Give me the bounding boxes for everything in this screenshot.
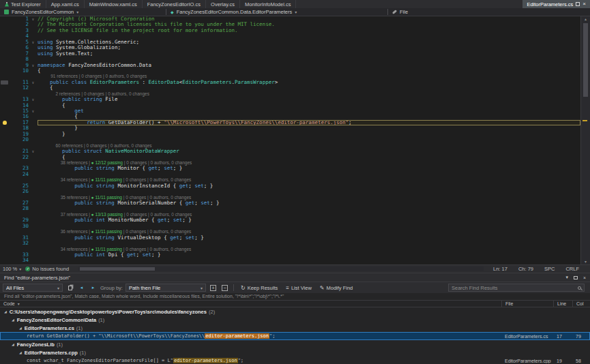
document-tab[interactable]: MainWindow.xaml.cs (85, 0, 143, 8)
vertical-scrollbar[interactable]: ▴ ▾ (580, 16, 590, 264)
scrollbar-thumb[interactable] (80, 267, 155, 271)
fold-margin (29, 45, 38, 50)
code-area[interactable]: 1∨// Copyright (c) Microsoft Corporation… (0, 16, 580, 264)
pin-icon[interactable] (576, 2, 580, 6)
code-line[interactable]: 20 (0, 137, 580, 142)
expander-icon[interactable]: ◢ (19, 350, 22, 354)
code-text: return GetDataFolder() + "\\Microsoft\\P… (38, 120, 580, 125)
document-tab[interactable]: FancyZonesEditorIO.cs (143, 0, 206, 8)
document-tab[interactable]: App.xaml.cs (46, 0, 85, 8)
fold-chevron-icon[interactable]: ∨ (29, 149, 38, 154)
code-line[interactable]: 14 { (0, 103, 580, 108)
horizontal-scrollbar[interactable] (78, 267, 484, 271)
find-match-row[interactable]: return GetDataFolder() + "\\Microsoft\\P… (0, 332, 590, 340)
code-text: public string MonitorSerialNumber { get;… (38, 200, 580, 206)
fold-chevron-icon[interactable]: ∨ (29, 63, 38, 68)
window-position-icon[interactable]: ▾ (565, 275, 568, 280)
glyph-margin (0, 247, 11, 252)
code-line[interactable]: 24 (0, 172, 580, 177)
code-line[interactable]: 22 { (0, 155, 580, 160)
fold-margin (29, 114, 38, 119)
close-icon[interactable]: × (583, 275, 586, 280)
modify-find-button[interactable]: ✎ Modify Find (317, 284, 355, 292)
code-line[interactable]: 9∨namespace FancyZonesEditorCommon.Data (0, 63, 580, 68)
chevron-down-icon: ▾ (19, 267, 21, 271)
code-line[interactable]: 15∨ get (0, 108, 580, 114)
scroll-up-icon[interactable]: ▴ (581, 16, 590, 22)
code-line[interactable]: 29 public int MonitorNumber { get; set; … (0, 217, 580, 223)
fold-chevron-icon[interactable]: ∨ (29, 97, 38, 102)
code-line[interactable]: 10{ (0, 68, 580, 74)
document-tab[interactable]: Test Explorer (0, 0, 46, 8)
expand-all-icon[interactable]: + (209, 284, 218, 292)
find-summary-text: Find all "editor-parameters.json", Match… (0, 293, 590, 300)
previous-result-icon[interactable]: ◂ (77, 284, 86, 292)
scrollbar-thumb[interactable] (583, 23, 588, 97)
document-tab[interactable]: MonitorInfoModel.cs (240, 0, 297, 8)
fold-chevron-icon[interactable]: ∨ (29, 40, 38, 45)
expander-icon[interactable]: ◢ (19, 326, 22, 330)
code-line[interactable]: 11∨ public class EditorParameters : Edit… (0, 80, 580, 85)
code-line[interactable]: 33 public int Dpi { get; set; } (0, 252, 580, 258)
code-line[interactable]: 21∨ public struct NativeMonitorDataWrapp… (0, 149, 580, 154)
file-types-dropdown[interactable]: All Files ▾ (3, 284, 63, 292)
close-icon[interactable]: × (582, 1, 586, 7)
project-dropdown[interactable]: FancyZonesEditorCommon ▾ (0, 8, 166, 16)
find-group-row[interactable]: ◢C:\Users\zhaopengwang\Desktop\powertoys… (0, 307, 590, 316)
expander-icon[interactable]: ◢ (12, 342, 14, 346)
code-line[interactable]: 26 (0, 189, 580, 194)
zoom-level: 100 % (3, 266, 17, 272)
code-line[interactable]: 31 public string VirtualDesktop { get; s… (0, 235, 580, 241)
expander-icon[interactable]: ◢ (4, 309, 7, 314)
fold-chevron-icon[interactable]: ∨ (29, 16, 38, 22)
code-line[interactable]: 27 public string MonitorSerialNumber { g… (0, 200, 580, 206)
code-line[interactable]: 28 (0, 206, 580, 211)
code-line[interactable]: 17 return GetDataFolder() + "\\Microsoft… (0, 120, 580, 125)
fold-chevron-icon[interactable]: ∨ (29, 108, 38, 114)
find-group-row[interactable]: ◢EditorParameters.cpp(1) (0, 348, 590, 357)
list-view-toggle[interactable]: ≡ List View (283, 284, 314, 292)
scroll-down-icon[interactable]: ▾ (581, 259, 590, 264)
group-by-dropdown[interactable]: Path then File ▾ (126, 284, 206, 292)
code-line[interactable]: 12 { (0, 85, 580, 91)
search-find-results-input[interactable] (452, 285, 578, 291)
code-line[interactable]: 25 public string MonitorInstanceId { get… (0, 183, 580, 189)
member-dropdown[interactable]: File (388, 8, 590, 16)
issues-indicator[interactable]: ✓ No issues found (25, 266, 69, 272)
column-header-code[interactable]: Code▾ (0, 301, 501, 307)
document-tab[interactable]: Overlay.cs (206, 0, 240, 8)
float-window-icon[interactable] (574, 276, 578, 279)
code-line[interactable]: 30 (0, 224, 580, 229)
find-group-row[interactable]: ◢FancyZonesLib(1) (0, 340, 590, 348)
expander-icon[interactable]: ◢ (12, 318, 14, 322)
next-result-icon[interactable]: ▸ (89, 284, 98, 292)
find-match-row[interactable]: const wchar_t FancyZonesEditorParameters… (0, 357, 590, 364)
code-line[interactable]: 23 public string Monitor { get; set; } (0, 166, 580, 171)
active-document-tab[interactable]: EditorParameters.cs × (522, 0, 590, 8)
code-line[interactable]: 18 } (0, 125, 580, 131)
lightbulb-icon[interactable] (3, 121, 7, 125)
fold-chevron-icon[interactable]: ∨ (29, 80, 38, 85)
code-line[interactable]: 34 (0, 258, 580, 263)
fold-margin (29, 166, 38, 171)
copy-icon[interactable] (65, 284, 74, 292)
keep-results-toggle[interactable]: ↻ Keep Results (238, 284, 280, 292)
code-line[interactable]: 7using System.Text; (0, 51, 580, 57)
code-text (38, 224, 580, 229)
column-header-col[interactable]: Col (572, 301, 590, 307)
column-header-line[interactable]: Line (553, 301, 572, 307)
code-line[interactable]: 13∨ public string File (0, 97, 580, 102)
find-group-row[interactable]: ◢EditorParameters.cs(1) (0, 324, 590, 332)
code-line[interactable]: 19 } (0, 132, 580, 137)
column-header-file[interactable]: File (501, 301, 553, 307)
zoom-dropdown[interactable]: 100 % ▾ (3, 266, 21, 272)
code-line[interactable]: 32 (0, 241, 580, 246)
find-group-row[interactable]: ◢FancyZonesEditorCommon\Data(1) (0, 316, 590, 324)
line-number: 32 (11, 241, 29, 246)
glyph-margin (0, 206, 11, 211)
collapse-all-icon[interactable]: − (220, 284, 229, 292)
code-editor[interactable]: 1∨// Copyright (c) Microsoft Corporation… (0, 16, 590, 264)
type-dropdown[interactable]: ◆ FancyZonesEditorCommon.Data.EditorPara… (166, 8, 387, 16)
find-panel-title-bar[interactable]: Find "editor-parameters.json" ▾ × (0, 273, 590, 282)
code-line[interactable]: 3// See the LICENSE file in the project … (0, 28, 580, 33)
